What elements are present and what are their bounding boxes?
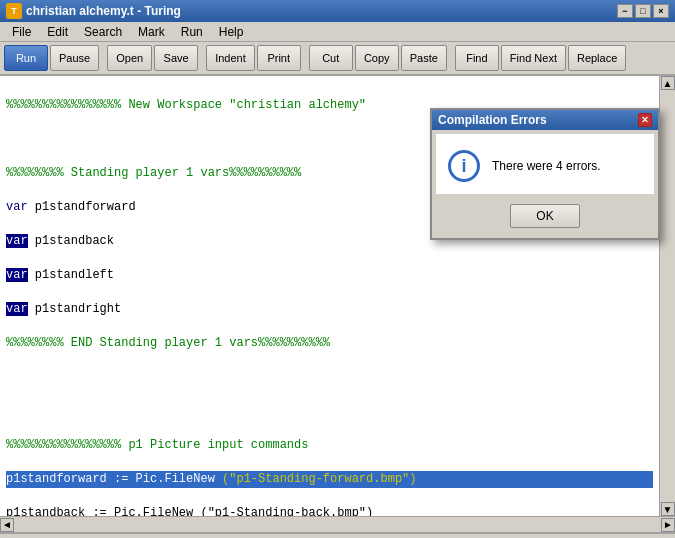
close-button[interactable]: × bbox=[653, 4, 669, 18]
menu-edit[interactable]: Edit bbox=[39, 23, 76, 41]
dialog-ok-button[interactable]: OK bbox=[510, 204, 580, 228]
paste-button[interactable]: Paste bbox=[401, 45, 447, 71]
minimize-button[interactable]: − bbox=[617, 4, 633, 18]
replace-button[interactable]: Replace bbox=[568, 45, 626, 71]
dialog-title-text: Compilation Errors bbox=[438, 113, 547, 127]
dialog-message: There were 4 errors. bbox=[492, 159, 601, 173]
code-line: var p1standleft bbox=[6, 267, 653, 284]
toolbar: Run Pause Open Save Indent Print Cut Cop… bbox=[0, 42, 675, 76]
scroll-down-button[interactable]: ▼ bbox=[661, 502, 675, 516]
find-next-button[interactable]: Find Next bbox=[501, 45, 566, 71]
open-button[interactable]: Open bbox=[107, 45, 152, 71]
dialog-footer: OK bbox=[432, 198, 658, 238]
dialog-close-button[interactable]: ✕ bbox=[638, 113, 652, 127]
code-line bbox=[6, 403, 653, 420]
maximize-button[interactable]: □ bbox=[635, 4, 651, 18]
scrollbar-vertical[interactable]: ▲ ▼ bbox=[659, 76, 675, 516]
indent-button[interactable]: Indent bbox=[206, 45, 255, 71]
scroll-left-button[interactable]: ◄ bbox=[0, 518, 14, 532]
window-title: christian alchemy.t - Turing bbox=[26, 4, 617, 18]
save-button[interactable]: Save bbox=[154, 45, 198, 71]
app-icon: T bbox=[6, 3, 22, 19]
code-line: var p1standright bbox=[6, 301, 653, 318]
title-bar: T christian alchemy.t - Turing − □ × bbox=[0, 0, 675, 22]
cut-button[interactable]: Cut bbox=[309, 45, 353, 71]
copy-button[interactable]: Copy bbox=[355, 45, 399, 71]
find-button[interactable]: Find bbox=[455, 45, 499, 71]
scrollbar-horizontal[interactable]: ◄ ► bbox=[0, 516, 675, 532]
print-button[interactable]: Print bbox=[257, 45, 301, 71]
pause-button[interactable]: Pause bbox=[50, 45, 99, 71]
dialog-body: i There were 4 errors. bbox=[436, 134, 654, 194]
status-bar: Syntax error at 'var', expected ':' Line… bbox=[0, 532, 675, 538]
run-button[interactable]: Run bbox=[4, 45, 48, 71]
info-icon: i bbox=[448, 150, 480, 182]
menu-help[interactable]: Help bbox=[211, 23, 252, 41]
scroll-up-button[interactable]: ▲ bbox=[661, 76, 675, 90]
compilation-errors-dialog[interactable]: Compilation Errors ✕ i There were 4 erro… bbox=[430, 108, 660, 240]
menu-file[interactable]: File bbox=[4, 23, 39, 41]
menu-bar: File Edit Search Mark Run Help bbox=[0, 22, 675, 42]
menu-run[interactable]: Run bbox=[173, 23, 211, 41]
scroll-right-button[interactable]: ► bbox=[661, 518, 675, 532]
code-line: p1standback := Pic.FileNew ("p1-Standing… bbox=[6, 505, 653, 516]
code-line bbox=[6, 369, 653, 386]
code-line: %%%%%%%% END Standing player 1 vars%%%%%… bbox=[6, 335, 653, 352]
code-line: %%%%%%%%%%%%%%%% p1 Picture input comman… bbox=[6, 437, 653, 454]
menu-search[interactable]: Search bbox=[76, 23, 130, 41]
dialog-title-bar: Compilation Errors ✕ bbox=[432, 110, 658, 130]
menu-mark[interactable]: Mark bbox=[130, 23, 173, 41]
window-controls: − □ × bbox=[617, 4, 669, 18]
code-line-selected: p1standforward := Pic.FileNew ("p1-Stand… bbox=[6, 471, 653, 488]
